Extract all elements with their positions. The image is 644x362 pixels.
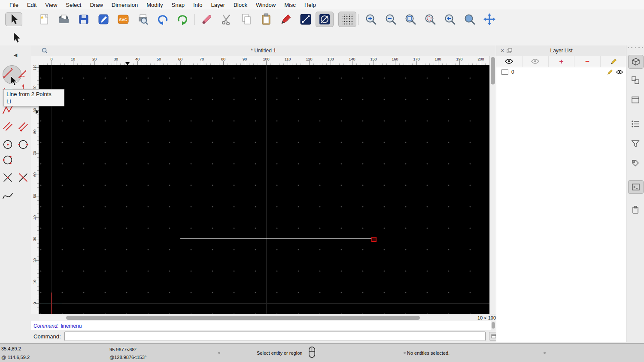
- tool-circle-three-points[interactable]: [0, 153, 15, 167]
- menu-item[interactable]: Select: [61, 0, 85, 9]
- pen-button[interactable]: [276, 12, 296, 27]
- export-svg-button[interactable]: SVG: [113, 12, 133, 27]
- open-document-button[interactable]: [54, 12, 74, 27]
- menu-item[interactable]: Info: [189, 0, 207, 9]
- dock-command-button[interactable]: [628, 180, 644, 194]
- menu-item[interactable]: Snap: [167, 0, 189, 9]
- tooltip-title: Line from 2 Points: [6, 90, 61, 98]
- line-endpoint-marker[interactable]: [371, 237, 377, 242]
- tool-line-parallel-point[interactable]: [16, 119, 30, 133]
- menu-item[interactable]: Modify: [142, 0, 167, 9]
- command-history-label: Command:: [33, 323, 59, 329]
- zoom-window-icon: [463, 13, 476, 26]
- menu-item[interactable]: Layer: [207, 0, 230, 9]
- dock-gripper[interactable]: [628, 47, 643, 48]
- tool-arc-cross[interactable]: [0, 170, 15, 185]
- layer-edit-icon[interactable]: [607, 69, 613, 75]
- dock-tag-button[interactable]: [628, 157, 643, 170]
- menu-item[interactable]: Edit: [23, 0, 41, 9]
- paste-clipboard-icon: [260, 13, 273, 26]
- edit-layer-button[interactable]: [601, 56, 626, 67]
- scrollbar-corner: [31, 314, 39, 321]
- layer-visibility-icon[interactable]: [616, 69, 623, 75]
- palette-back-button[interactable]: ◀: [0, 52, 31, 58]
- menu-item[interactable]: File: [5, 0, 23, 9]
- zoom-auto-button[interactable]: [401, 12, 420, 27]
- red-pen-icon: [279, 13, 292, 26]
- print-preview-icon: [137, 13, 149, 26]
- delete-entity-button[interactable]: [197, 12, 217, 27]
- vertical-scrollbar-thumb[interactable]: [491, 57, 495, 84]
- grid-toggle-button[interactable]: [338, 12, 356, 27]
- horizontal-scrollbar[interactable]: [39, 314, 466, 321]
- ruler-label: 100: [263, 57, 269, 61]
- menu-bar: FileEditViewSelectDrawDimensionModifySna…: [0, 0, 644, 10]
- print-preview-button[interactable]: [133, 12, 153, 27]
- tool-spline[interactable]: [0, 189, 15, 203]
- document-icon: [41, 47, 48, 54]
- remove-layer-button[interactable]: −: [574, 56, 601, 67]
- undo-button[interactable]: [153, 12, 173, 27]
- command-scrollbar-thumb[interactable]: [492, 322, 495, 329]
- current-tool-button[interactable]: [6, 30, 26, 45]
- add-layer-button[interactable]: +: [549, 56, 575, 67]
- zoom-in-icon: [365, 13, 377, 26]
- snap-free-button[interactable]: [316, 12, 334, 27]
- cut-button[interactable]: [217, 12, 237, 27]
- tool-circle-center-point[interactable]: [0, 137, 15, 152]
- copy-button[interactable]: [237, 12, 256, 27]
- menu-item[interactable]: Block: [229, 0, 252, 9]
- layer-list-toolbar: + −: [496, 56, 626, 67]
- menu-item[interactable]: Misc: [280, 0, 300, 9]
- dock-entity-list-button[interactable]: [628, 118, 643, 130]
- line-tool-button[interactable]: [296, 12, 316, 27]
- horizontal-scrollbar-thumb[interactable]: [66, 316, 420, 320]
- tool-arc-cross-2[interactable]: [16, 170, 30, 185]
- drawing-canvas[interactable]: [39, 65, 489, 314]
- command-scrollbar[interactable]: [491, 321, 496, 331]
- ruler-label: 20: [92, 57, 97, 61]
- ruler-label: 10: [31, 278, 39, 286]
- tool-circle-two-points[interactable]: [16, 137, 30, 152]
- ruler-horizontal: 0102030405060708090100110120130140150160…: [39, 56, 489, 66]
- svg-text:SVG: SVG: [119, 18, 127, 22]
- clipboard-icon: [631, 205, 640, 214]
- menu-item[interactable]: Dimension: [107, 0, 142, 9]
- menu-item[interactable]: Draw: [85, 0, 107, 9]
- pan-button[interactable]: [480, 12, 499, 27]
- dock-clipboard-button[interactable]: [628, 203, 643, 216]
- redo-button[interactable]: [173, 12, 192, 27]
- command-input[interactable]: [64, 332, 486, 341]
- close-icon[interactable]: ×: [499, 46, 506, 55]
- mouse-cursor-icon: [10, 75, 18, 87]
- menu-item[interactable]: Window: [252, 0, 280, 9]
- zoom-redraw-button[interactable]: [420, 12, 440, 27]
- menu-item[interactable]: Help: [300, 0, 320, 9]
- line-entity[interactable]: [180, 238, 374, 239]
- vertical-scrollbar[interactable]: [489, 56, 496, 314]
- dock-filter-button[interactable]: [628, 137, 643, 150]
- hide-all-layers-button[interactable]: [522, 56, 549, 67]
- dock-block-list-button[interactable]: [628, 74, 643, 87]
- zoom-out-button[interactable]: [381, 12, 401, 27]
- tool-line-parallel[interactable]: [0, 119, 15, 133]
- menu-item[interactable]: View: [41, 0, 61, 9]
- paste-button[interactable]: [256, 12, 276, 27]
- zoom-in-button[interactable]: [361, 12, 381, 27]
- funnel-icon: [631, 139, 640, 148]
- layer-checkbox[interactable]: [501, 69, 508, 75]
- ruler-label: 140: [349, 57, 355, 61]
- show-all-layers-button[interactable]: [496, 56, 522, 67]
- select-tool-button[interactable]: [5, 12, 22, 26]
- dock-layer-list-button[interactable]: [628, 55, 644, 69]
- tool-line-angle[interactable]: [16, 66, 30, 81]
- layer-row[interactable]: 0: [496, 67, 635, 77]
- save-as-button[interactable]: [94, 12, 113, 27]
- new-document-button[interactable]: [34, 12, 54, 27]
- detach-icon[interactable]: [507, 48, 512, 54]
- zoom-window-button[interactable]: [460, 12, 480, 27]
- ruler-label: 40: [135, 57, 140, 61]
- save-document-button[interactable]: [74, 12, 94, 27]
- zoom-previous-button[interactable]: [440, 12, 460, 27]
- dock-library-button[interactable]: [628, 94, 643, 106]
